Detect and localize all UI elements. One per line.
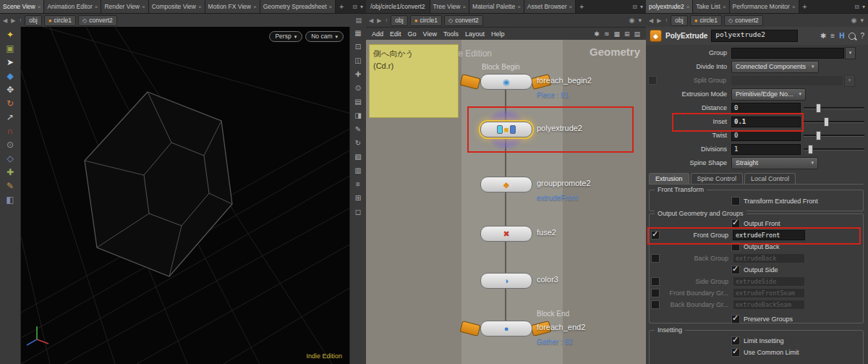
view-option-icon-4[interactable]: ✚ (355, 71, 361, 78)
pane-minimize-icon[interactable]: ⊟ (352, 4, 357, 10)
node-polyextrude2[interactable]: ■ polyextrude2 (480, 122, 531, 136)
view-option-icon-7[interactable]: ◨ (354, 112, 361, 119)
breadcrumb-obj[interactable]: obj (671, 15, 687, 26)
inset-slider[interactable] (804, 117, 864, 127)
tab-render-view[interactable]: Render View× (101, 0, 148, 13)
node-name-field[interactable]: polyextrude2 (711, 30, 798, 42)
close-icon[interactable]: × (462, 4, 466, 10)
forward-icon[interactable]: ▶ (376, 17, 382, 24)
menu-add[interactable]: Add (372, 30, 383, 38)
output-side-checkbox[interactable] (731, 266, 740, 274)
node-fuse2[interactable]: ✖ fuse2 (480, 226, 531, 240)
front-group-toggle[interactable] (651, 231, 660, 240)
tab-asset-browser[interactable]: Asset Browser× (524, 0, 576, 13)
persp-selector[interactable]: Persp▾ (269, 31, 302, 42)
close-icon[interactable]: × (517, 4, 521, 10)
forward-icon[interactable]: ▶ (10, 17, 16, 24)
view-option-icon-2[interactable]: ⊡ (355, 43, 361, 51)
close-icon[interactable]: × (95, 4, 98, 10)
back-icon[interactable]: ◀ (2, 17, 8, 24)
rotate-tool-icon[interactable]: ↻ (7, 99, 14, 108)
pane-expand-icon[interactable]: ▾ (638, 17, 642, 24)
back-group-toggle[interactable] (651, 254, 660, 263)
front-group-input[interactable]: extrudeFront (733, 230, 805, 240)
net-tool-icon-4[interactable]: ⊞ (624, 30, 630, 38)
view-option-icon-13[interactable]: ⊞ (355, 195, 361, 202)
side-group-input[interactable]: extrudeSide (733, 276, 805, 287)
view-option-icon-6[interactable]: ▤ (354, 98, 361, 106)
breadcrumb-obj[interactable]: obj (391, 15, 407, 26)
pin-icon[interactable]: ◉ (851, 17, 857, 24)
side-group-toggle[interactable] (651, 277, 660, 286)
up-icon[interactable]: ↑ (384, 17, 388, 24)
inset-input[interactable]: 0.1 (731, 117, 801, 127)
pose-tool-icon[interactable]: ◇ (7, 154, 13, 163)
tab-local-control[interactable]: Local Control (744, 173, 796, 184)
back-boundary-toggle[interactable] (651, 300, 660, 309)
close-icon[interactable]: × (253, 4, 257, 10)
breadcrumb-convert2[interactable]: ◇convert2 (444, 15, 483, 26)
snap-magnet-icon[interactable]: ∩ (7, 127, 14, 135)
close-icon[interactable]: × (686, 4, 690, 10)
menu-tools[interactable]: Tools (443, 30, 459, 38)
network-path-label[interactable]: /obj/circle1/convert2 (366, 0, 430, 13)
preserve-groups-checkbox[interactable] (731, 315, 740, 323)
close-icon[interactable]: × (723, 4, 726, 10)
network-canvas[interactable]: Indie Edition Geometry 側へ向かう (Cd.r) ◉ Bl… (366, 40, 646, 364)
divisions-slider[interactable] (804, 144, 864, 154)
breadcrumb-obj[interactable]: obj (25, 15, 41, 26)
tab-spine-control[interactable]: Spine Control (691, 173, 744, 184)
use-common-limit-checkbox[interactable] (731, 348, 740, 357)
secure-selection-icon[interactable]: ◆ (7, 72, 13, 80)
menu-layout[interactable]: Layout (465, 30, 485, 38)
twist-slider[interactable] (804, 130, 864, 140)
node-foreach-end2[interactable]: ● Block End foreach_end2 Gather : 92 (480, 321, 531, 335)
tab-tree-view[interactable]: Tree View× (430, 0, 469, 13)
divisions-input[interactable]: 1 (731, 144, 801, 155)
breadcrumb-circle1[interactable]: ●circle1 (44, 15, 76, 26)
help-icon[interactable]: ? (860, 32, 864, 40)
breadcrumb-convert2[interactable]: ◇convert2 (724, 15, 763, 26)
back-icon[interactable]: ◀ (368, 17, 374, 24)
view-option-icon-12[interactable]: ≡ (356, 181, 360, 188)
split-group-input[interactable] (731, 75, 843, 86)
node-foreach-begin2[interactable]: ◉ Block Begin foreach_begin2 Piece : 91 (480, 74, 531, 88)
pane-menu-icon[interactable]: ▾ (640, 4, 643, 10)
pin-icon[interactable]: ◉ (629, 17, 635, 24)
close-icon[interactable]: × (569, 4, 573, 10)
up-icon[interactable]: ↑ (664, 17, 668, 24)
view-option-icon-8[interactable]: ✎ (355, 126, 361, 133)
tab-animation-editor[interactable]: Animation Editor× (44, 0, 101, 13)
paint-tool-icon[interactable]: ✎ (7, 182, 14, 190)
view-option-icon-11[interactable]: ▥ (354, 167, 361, 174)
scale-tool-icon[interactable]: ↗ (7, 113, 14, 122)
tab-polyextrude2[interactable]: polyextrude2× (646, 0, 693, 13)
tab-performance-monitor[interactable]: Performance Monitor× (730, 0, 799, 13)
tab-take-list[interactable]: Take List× (693, 0, 729, 13)
back-icon[interactable]: ◀ (648, 17, 654, 24)
slider-handle[interactable] (816, 131, 821, 140)
close-icon[interactable]: × (198, 4, 202, 10)
close-icon[interactable]: × (329, 4, 333, 10)
close-icon[interactable]: × (792, 4, 796, 10)
pane-menu-icon[interactable]: ▾ (360, 4, 363, 10)
divide-into-menu[interactable]: Connected Components▾ (731, 61, 819, 73)
group-dropdown-icon[interactable]: ▾ (845, 47, 856, 59)
select-tool-icon[interactable]: ➤ (7, 58, 14, 67)
tab-material-palette[interactable]: Material Palette× (469, 0, 524, 13)
slider-handle[interactable] (816, 103, 821, 113)
back-boundary-input[interactable]: extrudeBackSeam (733, 300, 805, 310)
front-boundary-input[interactable]: extrudeFrontSeam (733, 288, 805, 298)
split-group-dropdown-icon[interactable]: ▾ (844, 75, 855, 87)
new-tab-button[interactable]: + (799, 0, 811, 13)
view-option-icon-14[interactable]: ◻ (355, 208, 361, 216)
sliders-icon[interactable]: ≡ (830, 32, 835, 40)
sticky-note[interactable]: 側へ向かう (Cd.r) (369, 44, 459, 118)
add-tool-icon[interactable]: ✚ (7, 168, 14, 177)
front-boundary-toggle[interactable] (651, 289, 660, 297)
node-grouppromote2[interactable]: ◆ grouppromote2 extrudeFront (480, 177, 531, 191)
net-tool-icon-5[interactable]: ▤ (634, 30, 640, 38)
pane-menu-icon[interactable]: ▾ (862, 4, 865, 10)
net-tool-icon-3[interactable]: ▦ (613, 30, 620, 38)
output-front-checkbox[interactable] (731, 219, 740, 228)
